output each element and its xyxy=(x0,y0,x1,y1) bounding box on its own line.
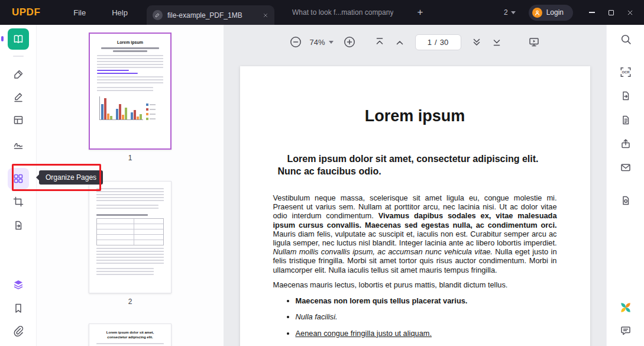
chat-icon xyxy=(620,325,632,337)
document-tab-active[interactable]: file-example_PDF_1MB xyxy=(147,5,274,25)
crop-pages-button[interactable] xyxy=(8,191,29,212)
close-window-button[interactable] xyxy=(620,9,639,16)
doc-text-segment: Nulla facilisi. xyxy=(296,312,338,321)
extract-pages-button[interactable] xyxy=(8,215,29,236)
menu-file[interactable]: File xyxy=(73,8,86,17)
convert-button[interactable] xyxy=(616,86,636,106)
menu-help[interactable]: Help xyxy=(112,8,128,17)
thumb-text-block xyxy=(97,76,163,85)
thumb-text-block xyxy=(97,55,163,68)
document-tab-inactive[interactable]: What to look f...mation company xyxy=(292,8,393,17)
chevron-up-icon xyxy=(394,36,406,48)
login-label: Login xyxy=(546,8,564,17)
attachment-icon xyxy=(12,325,24,337)
thumb-table xyxy=(96,218,164,245)
convert-icon xyxy=(620,90,632,102)
share-button[interactable] xyxy=(616,134,636,154)
page-1-label: 1 xyxy=(37,154,224,162)
zoom-level-value[interactable]: 74% xyxy=(309,38,325,47)
sign-button[interactable] xyxy=(8,134,29,155)
email-button[interactable] xyxy=(616,157,636,177)
doc-bullet-item: Maecenas non lorem quis tellus placerat … xyxy=(296,296,557,305)
zoom-in-button[interactable] xyxy=(343,35,356,48)
extract-pages-icon xyxy=(12,219,24,231)
watermark-button[interactable] xyxy=(616,190,636,211)
page-separator: / xyxy=(435,38,437,47)
right-toolbar: OCR xyxy=(606,25,644,346)
minimize-icon xyxy=(589,12,595,12)
tab-count-dropdown[interactable]: 2 xyxy=(504,8,516,17)
thumb-heading-line xyxy=(96,214,148,216)
zoom-out-icon xyxy=(289,35,302,48)
pdf-annotate-icon xyxy=(153,10,163,20)
attachment-button[interactable] xyxy=(8,321,29,342)
pdf-page: Lorem ipsum Lorem ipsum dolor sit amet, … xyxy=(240,66,590,346)
viewer-toolbar: 74% 1 / 30 xyxy=(224,25,606,54)
zoom-out-button[interactable] xyxy=(289,35,302,48)
minimize-button[interactable] xyxy=(582,12,601,12)
forms-icon xyxy=(12,114,24,126)
close-icon xyxy=(627,9,633,16)
organize-pages-button[interactable] xyxy=(8,168,29,189)
next-page-button[interactable] xyxy=(471,36,483,48)
thumb-text-block xyxy=(96,268,154,275)
scroll-to-bottom-button[interactable] xyxy=(491,36,503,48)
doc-text-segment: Maecenas non lorem quis tellus placerat … xyxy=(296,296,468,305)
doc-text-segment: Nullam mollis convallis ipsum, ac accums… xyxy=(273,247,496,256)
page-2-thumbnail[interactable] xyxy=(89,181,171,293)
scroll-to-top-button[interactable] xyxy=(374,36,386,48)
updf-app: UPDF File Help file-example_PDF_1MB What… xyxy=(0,0,644,346)
slideshow-button[interactable] xyxy=(528,36,541,48)
search-button[interactable] xyxy=(616,29,636,49)
login-button[interactable]: Login xyxy=(529,5,573,21)
thumb-link-line xyxy=(97,73,138,74)
page-tools-icon xyxy=(620,114,632,126)
crop-pages-icon xyxy=(12,196,24,208)
edit-pdf-button[interactable] xyxy=(8,86,29,108)
doc-text-segment: Aenean congue fringilla justo ut aliquam… xyxy=(296,329,432,338)
edit-pdf-icon xyxy=(12,91,24,103)
page-3-thumbnail[interactable]: Lorem ipsum dolor sit amet, consectetur … xyxy=(89,324,171,346)
pdf-viewer: 74% 1 / 30 xyxy=(224,25,606,346)
organize-pages-icon xyxy=(12,173,24,185)
page-tools-button[interactable] xyxy=(616,110,636,130)
tooltip-arrow xyxy=(36,174,39,180)
comment-tool-button[interactable] xyxy=(8,64,29,85)
left-toolbar xyxy=(0,25,37,346)
chevron-down-icon xyxy=(511,11,516,14)
reader-mode-button[interactable] xyxy=(8,28,29,50)
previous-page-button[interactable] xyxy=(394,36,406,48)
to-top-icon xyxy=(374,36,386,48)
doc-paragraph-1: Vestibulum neque massa, scelerisque sit … xyxy=(273,193,557,274)
active-tool-indicator-dot xyxy=(1,36,4,41)
bookmark-icon xyxy=(12,302,24,314)
doc-title: Lorem ipsum xyxy=(273,106,557,125)
thumb-text-block xyxy=(97,87,153,92)
new-tab-button[interactable]: + xyxy=(417,7,423,18)
thumb-text-block xyxy=(96,248,164,266)
ocr-label: OCR xyxy=(622,70,630,74)
to-bottom-icon xyxy=(491,36,503,48)
thumb-text-block xyxy=(96,188,164,202)
chevron-down-double-icon xyxy=(471,36,483,48)
ocr-button[interactable]: OCR xyxy=(616,62,636,82)
layers-icon xyxy=(12,279,24,290)
ai-assistant-button[interactable] xyxy=(616,298,636,318)
page-1-thumbnail[interactable]: Lorem ipsum xyxy=(89,33,171,150)
doc-bullet-item: Nulla facilisi. xyxy=(296,312,557,321)
close-tab-icon[interactable] xyxy=(263,12,268,18)
maximize-button[interactable] xyxy=(601,10,620,15)
forms-button[interactable] xyxy=(8,109,29,131)
search-icon xyxy=(620,33,632,46)
layers-button[interactable] xyxy=(8,274,29,295)
page-current-value[interactable]: 1 xyxy=(428,38,432,47)
tab-count-value: 2 xyxy=(504,8,508,17)
email-icon xyxy=(620,161,632,173)
doc-bullet-list: Maecenas non lorem quis tellus placerat … xyxy=(285,296,557,346)
zoom-dropdown-caret-icon[interactable] xyxy=(329,41,334,44)
thumb-link-line xyxy=(97,70,129,71)
bookmark-button[interactable] xyxy=(8,298,29,319)
chat-button[interactable] xyxy=(616,321,636,341)
page-number-box[interactable]: 1 / 30 xyxy=(415,34,461,50)
thumb-text-block xyxy=(96,343,164,346)
